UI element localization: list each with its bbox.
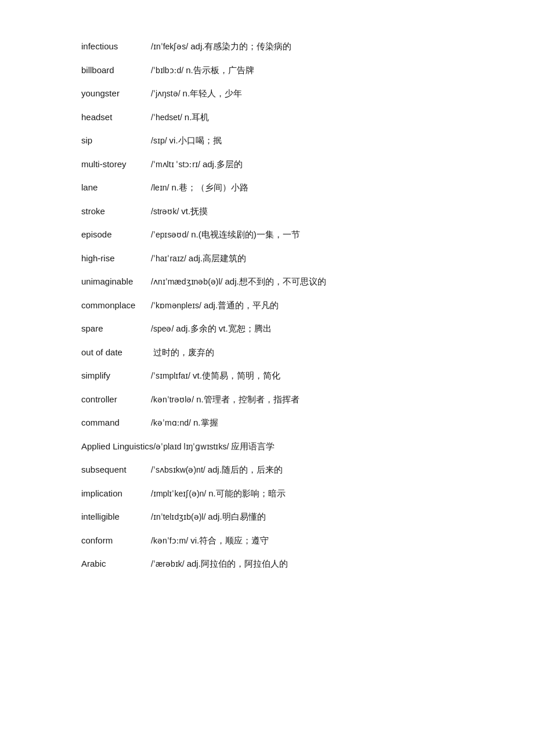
vocab-definition: vt.抚摸: [181, 205, 208, 218]
vocab-item: billboard /ˈbɪlbɔːd/ n.告示板，广告牌: [81, 59, 488, 82]
vocab-definition: vi.小口喝；抿: [169, 134, 222, 147]
vocab-item: spare /speə/ adj.多余的 vt.宽恕；腾出: [81, 317, 488, 341]
vocab-phonetic: /ˈjʌŋstə/: [151, 88, 181, 100]
vocab-definition: adj.普通的，平凡的: [204, 299, 279, 312]
vocab-phonetic: /ˈsɪmplɪfaɪ/: [151, 370, 190, 382]
vocab-word: simplify: [81, 369, 151, 383]
vocab-item: stroke /strəʊk/ vt.抚摸: [81, 200, 488, 224]
vocab-definition: 应用语言学: [231, 440, 275, 453]
vocab-phonetic: /ˈkɒmənpleɪs/: [151, 300, 201, 312]
vocab-word: episode: [81, 228, 151, 242]
vocab-phonetic: /ɪnˈfekʃəs/: [151, 41, 188, 53]
vocab-definition: adj.多层的: [203, 158, 243, 171]
vocab-phonetic: /ɪmplɪˈkeɪʃ(ə)n/: [151, 488, 206, 500]
vocab-phonetic: /ʌnɪˈmædʒɪnəb(ə)l/: [151, 276, 222, 288]
vocab-word: Arabic: [81, 557, 151, 571]
vocab-phonetic: /kəˈmɑːnd/: [151, 417, 191, 429]
vocab-word: spare: [81, 322, 151, 336]
vocab-item: implication /ɪmplɪˈkeɪʃ(ə)n/ n.可能的影响；暗示: [81, 482, 488, 506]
vocab-item: conform /kənˈfɔːm/ vi.符合，顺应；遵守: [81, 529, 488, 553]
vocab-definition: adj.阿拉伯的，阿拉伯人的: [187, 557, 288, 571]
vocab-word: unimaginable: [81, 275, 151, 289]
vocab-item: high-rise /ˈhaɪˈraɪz/ adj.高层建筑的: [81, 247, 488, 271]
vocab-definition: n.管理者，控制者，指挥者: [196, 393, 300, 406]
vocab-phonetic: /əˈplaɪd lɪŋˈɡwɪstɪks/: [153, 441, 229, 453]
vocab-definition: adj.明白易懂的: [208, 510, 265, 524]
vocab-definition: n.可能的影响；暗示: [208, 487, 286, 501]
vocab-word: implication: [81, 487, 151, 501]
vocab-word: subsequent: [81, 463, 151, 477]
vocab-definition: adj.有感染力的；传染病的: [190, 40, 291, 53]
vocab-item: subsequent /ˈsʌbsɪkw(ə)nt/ adj.随后的，后来的: [81, 458, 488, 482]
vocab-definition: adj.高层建筑的: [189, 252, 246, 265]
vocab-item: command /kəˈmɑːnd/ n.掌握: [81, 411, 488, 435]
vocab-phonetic: /kənˈfɔːm/: [151, 535, 188, 547]
vocab-word: billboard: [81, 64, 151, 77]
vocab-phonetic: /ˈsʌbsɪkw(ə)nt/: [151, 464, 205, 476]
vocab-word: lane: [81, 181, 151, 195]
vocab-definition: n.年轻人，少年: [183, 87, 243, 100]
vocab-item: lane /leɪn/ n.巷；（乡间）小路: [81, 176, 488, 200]
vocab-word: youngster: [81, 87, 151, 100]
vocab-item: youngster /ˈjʌŋstə/ n.年轻人，少年: [81, 82, 488, 106]
vocab-definition: 过时的，废弃的: [153, 346, 214, 359]
vocab-item: multi-storey /ˈmʌltɪ ˈstɔːrɪ/ adj.多层的: [81, 153, 488, 177]
vocab-definition: n.掌握: [193, 416, 218, 430]
vocab-item: out of date 过时的，废弃的: [81, 341, 488, 365]
vocab-definition: n.巷；（乡间）小路: [171, 181, 248, 195]
vocab-phonetic: /ˈhedset/: [151, 111, 182, 124]
vocab-item: sip /sɪp/ vi.小口喝；抿: [81, 129, 488, 153]
vocab-word: controller: [81, 393, 151, 406]
vocab-phonetic: /leɪn/: [151, 182, 169, 194]
vocab-word: conform: [81, 534, 151, 548]
vocab-definition: vi.符合，顺应；遵守: [190, 534, 269, 548]
vocab-item: infectious /ɪnˈfekʃəs/ adj.有感染力的；传染病的: [81, 35, 488, 59]
vocab-word: multi-storey: [81, 158, 151, 171]
vocab-item: headset /ˈhedset/ n.耳机: [81, 106, 488, 129]
vocab-word: intelligible: [81, 510, 151, 524]
vocab-word: command: [81, 416, 151, 430]
vocab-word: stroke: [81, 205, 151, 218]
vocab-item: commonplace /ˈkɒmənpleɪs/ adj.普通的，平凡的: [81, 294, 488, 318]
vocab-item: Applied Linguistics /əˈplaɪd lɪŋˈɡwɪstɪk…: [81, 435, 488, 459]
vocab-phonetic: /speə/: [151, 323, 174, 335]
vocabulary-list: infectious /ɪnˈfekʃəs/ adj.有感染力的；传染病的bil…: [81, 35, 488, 576]
vocab-definition: vt.使简易，简明，简化: [193, 369, 280, 383]
vocab-item: intelligible /ɪnˈtelɪdʒɪb(ə)l/ adj.明白易懂的: [81, 505, 488, 529]
vocab-phonetic: /ˈepɪsəʊd/: [151, 229, 189, 241]
vocab-item: unimaginable /ʌnɪˈmædʒɪnəb(ə)l/ adj.想不到的…: [81, 270, 488, 294]
vocab-word: headset: [81, 111, 151, 124]
vocab-definition: n.耳机: [185, 111, 210, 124]
vocab-item: episode /ˈepɪsəʊd/ n.(电视连续剧的)一集，一节: [81, 223, 488, 247]
vocab-word: commonplace: [81, 299, 151, 312]
vocab-definition: adj.想不到的，不可思议的: [225, 275, 326, 289]
vocab-word: sip: [81, 134, 151, 147]
vocab-definition: adj.多余的 vt.宽恕；腾出: [176, 322, 271, 336]
vocab-word: Applied Linguistics: [81, 440, 153, 453]
vocab-definition: adj.随后的，后来的: [208, 463, 283, 477]
vocab-phonetic: /ˈmʌltɪ ˈstɔːrɪ/: [151, 159, 200, 171]
vocab-definition: n.(电视连续剧的)一集，一节: [191, 228, 300, 242]
vocab-item: simplify /ˈsɪmplɪfaɪ/ vt.使简易，简明，简化: [81, 364, 488, 388]
vocab-item: controller /kənˈtrəʊlə/ n.管理者，控制者，指挥者: [81, 388, 488, 412]
vocab-phonetic: /ˈhaɪˈraɪz/: [151, 253, 186, 265]
vocab-word: high-rise: [81, 252, 151, 265]
vocab-definition: n.告示板，广告牌: [186, 64, 254, 77]
vocab-phonetic: /ˈbɪlbɔːd/: [151, 64, 183, 77]
vocab-phonetic: /ˈærəbɪk/: [151, 558, 185, 570]
vocab-word: out of date: [81, 346, 151, 359]
vocab-phonetic: /ɪnˈtelɪdʒɪb(ə)l/: [151, 511, 205, 523]
vocab-phonetic: /strəʊk/: [151, 206, 179, 218]
vocab-item: Arabic /ˈærəbɪk/ adj.阿拉伯的，阿拉伯人的: [81, 552, 488, 576]
vocab-word: infectious: [81, 40, 151, 53]
vocab-phonetic: /sɪp/: [151, 135, 167, 147]
vocab-phonetic: /kənˈtrəʊlə/: [151, 394, 194, 406]
